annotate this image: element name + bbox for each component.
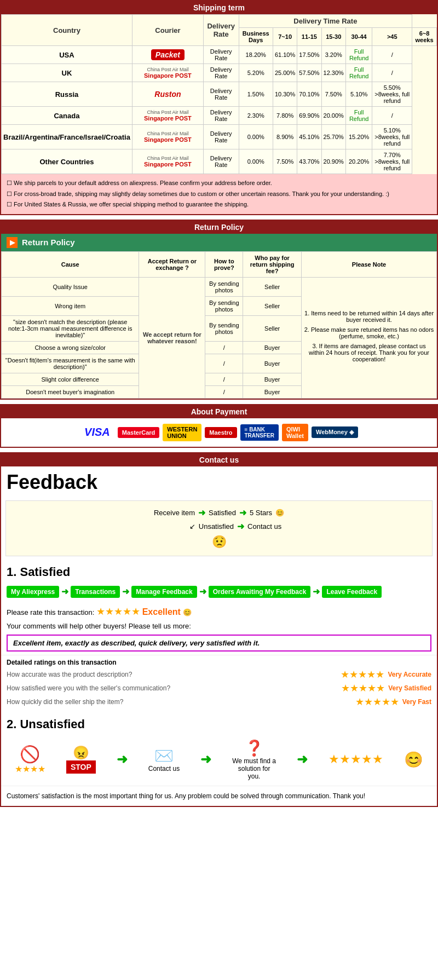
- return-table: Cause Accept Return or exchange ? How to…: [1, 251, 437, 399]
- contact-section: Contact us Feedback Receive item ➜ Satis…: [0, 452, 438, 807]
- flow-arrow: ➜: [313, 586, 320, 597]
- payment-section: About Payment VISA MasterCard WESTERNUNI…: [0, 404, 438, 448]
- return-how: By sending photos: [205, 296, 243, 315]
- shipping-val: Full Refund: [345, 107, 372, 125]
- ratings-box: Detailed ratings on this transaction How…: [1, 655, 437, 713]
- shipping-note: ☐ For cross-broad trade, shipping may sl…: [7, 189, 431, 199]
- flow-step[interactable]: Leave Feedback: [322, 586, 382, 598]
- bank-transfer-logo: ≡ BANKTRANSFER: [240, 424, 279, 441]
- shipping-country: UK: [2, 64, 132, 82]
- question-icon: ❓: [232, 739, 276, 757]
- rate-text-row: Please rate this transaction: ★★★★★ Exce…: [1, 602, 437, 621]
- maestro-logo: Maestro: [205, 427, 237, 438]
- shipping-val: 18.20%: [239, 46, 273, 64]
- shipping-val: 5.50% >8weeks, full refund: [372, 82, 412, 107]
- shipping-val: 7.70% >8weeks, full refund: [372, 149, 412, 174]
- unsatisfied-footer: Customers' satisfaction is the most impo…: [1, 786, 437, 806]
- excellent-label: Excellent: [142, 607, 181, 616]
- rating-value: Very Satisfied: [388, 684, 431, 692]
- return-cause: Choose a wrong size/color: [2, 341, 139, 354]
- shipping-row: UKChina Post Air MailSingapore POSTDeliv…: [2, 64, 437, 82]
- return-how: /: [205, 354, 243, 373]
- flow-step[interactable]: My Aliexpress: [7, 586, 59, 598]
- shipping-country: Brazil/Argentina/France/Israel/Croatia: [2, 125, 132, 149]
- shipping-note: ☐ We ship parcels to your default addres…: [7, 178, 431, 188]
- shipping-val: Full Refund: [345, 64, 372, 82]
- detailed-title: Detailed ratings on this transaction: [7, 659, 431, 666]
- feedback-box: Receive item ➜ Satisfied ➜ 5 Stars 😊 ↙ U…: [5, 500, 433, 556]
- shipping-val: /: [372, 64, 412, 82]
- shipping-table: Country Courier Delivery Rate Delivery T…: [1, 14, 437, 174]
- shipping-val: 3.20%: [321, 46, 345, 64]
- arrow-down-left: ↙: [189, 522, 195, 531]
- shipping-row: Other CountriesChina Post Air MailSingap…: [2, 149, 437, 174]
- shipping-val: 12.30%: [321, 64, 345, 82]
- return-section-header: Return Policy: [1, 221, 437, 234]
- rating-value: Very Fast: [402, 698, 431, 706]
- shipping-notes: ☐ We ship parcels to your default addres…: [1, 174, 437, 214]
- flow-arrow: ➜: [199, 586, 206, 597]
- shipping-val: 69.90%: [297, 107, 321, 125]
- col-11-15: 11-15: [297, 28, 321, 46]
- highlight-review: Excellent item, exactly as described, qu…: [7, 635, 431, 652]
- rating-label: How accurate was the product description…: [7, 671, 132, 678]
- return-notes: 1. Items need to be returned within 14 d…: [302, 277, 437, 398]
- col-delivery-rate-header: Delivery Rate: [203, 15, 239, 46]
- shipping-val: 17.50%: [297, 46, 321, 64]
- unsatisfied-arrow-2: ➜: [200, 752, 211, 767]
- return-cause: Doesn't meet buyer's imagination: [2, 385, 139, 398]
- shipping-val: 45.10%: [297, 125, 321, 149]
- shipping-delivery-rate: Delivery Rate: [203, 107, 239, 125]
- feedback-flow-satisfied: Receive item ➜ Satisfied ➜ 5 Stars 😊: [13, 508, 425, 518]
- frown-icon: 😟: [13, 535, 425, 549]
- contact-us-label: Contact us: [148, 765, 180, 773]
- unsatisfied-title: 2. Unsatisfied: [1, 713, 437, 734]
- stop-sign: STOP: [66, 760, 96, 774]
- shipping-country: Russia: [2, 82, 132, 107]
- flow-step[interactable]: Transactions: [71, 586, 120, 598]
- arrow-right-1: ➜: [198, 508, 205, 518]
- satisfied-title: 1. Satisfied: [1, 561, 437, 581]
- shipping-val: 5.10%: [345, 82, 372, 107]
- shipping-val: 0.00%: [239, 125, 273, 149]
- flow-step[interactable]: Manage Feedback: [131, 586, 197, 598]
- col-30-44: 30-44: [345, 28, 372, 46]
- no-sign-group: 🚫 ★★★★: [15, 745, 45, 774]
- shipping-delivery-rate: Delivery Rate: [203, 149, 239, 174]
- shipping-section: Shipping term Country Courier Delivery R…: [0, 0, 438, 215]
- rating-row: How quickly did the seller ship the item…: [7, 696, 431, 708]
- return-who: Seller: [243, 315, 302, 341]
- shipping-val: 7.80%: [273, 107, 297, 125]
- col-cause: Cause: [2, 251, 139, 277]
- flow-arrow: ➜: [61, 586, 68, 597]
- shipping-row: Brazil/Argentina/France/Israel/CroatiaCh…: [2, 125, 437, 149]
- webmoney-logo: WebMoney ◈: [312, 426, 358, 438]
- shipping-val: 5.10% >8weeks, full refund: [372, 125, 412, 149]
- rate-text: Please rate this transaction:: [7, 608, 94, 616]
- shipping-val: /: [372, 107, 412, 125]
- smile-icon: 😊: [275, 509, 284, 517]
- feedback-title: Feedback: [1, 466, 437, 496]
- feedback-flow-unsatisfied: ↙ Unsatisfied ➜ Contact us: [13, 521, 425, 532]
- rating-value: Very Accurate: [388, 671, 431, 678]
- shipping-courier: Packet: [132, 46, 203, 64]
- shipping-val: 7.50%: [321, 82, 345, 107]
- shipping-row: USAPacketDelivery Rate18.20%61.10%17.50%…: [2, 46, 437, 64]
- flow-step[interactable]: Orders Awaiting My Feedback: [209, 586, 311, 598]
- col-please-note: Please Note: [302, 251, 437, 277]
- col-bd: Business Days: [239, 28, 273, 46]
- return-row: Quality IssueWe accept return for whatev…: [2, 277, 437, 296]
- shipping-val: 2.30%: [239, 107, 273, 125]
- unsatisfied-stars: ★★★★: [15, 764, 45, 774]
- shipping-val: 43.70%: [297, 149, 321, 174]
- rating-row: How accurate was the product description…: [7, 668, 431, 681]
- qiwi-logo: QIWIWallet: [282, 424, 308, 441]
- final-smiley: 😊: [404, 751, 423, 769]
- contact-header: Contact us: [1, 453, 437, 466]
- col-how: How to prove?: [205, 251, 243, 277]
- return-who: Buyer: [243, 341, 302, 354]
- big-stars-group: ★★★★★: [328, 752, 383, 766]
- shipping-val: 57.50%: [297, 64, 321, 82]
- return-header-title: Return Policy: [22, 238, 75, 247]
- excellent-smiley: 😊: [183, 608, 192, 616]
